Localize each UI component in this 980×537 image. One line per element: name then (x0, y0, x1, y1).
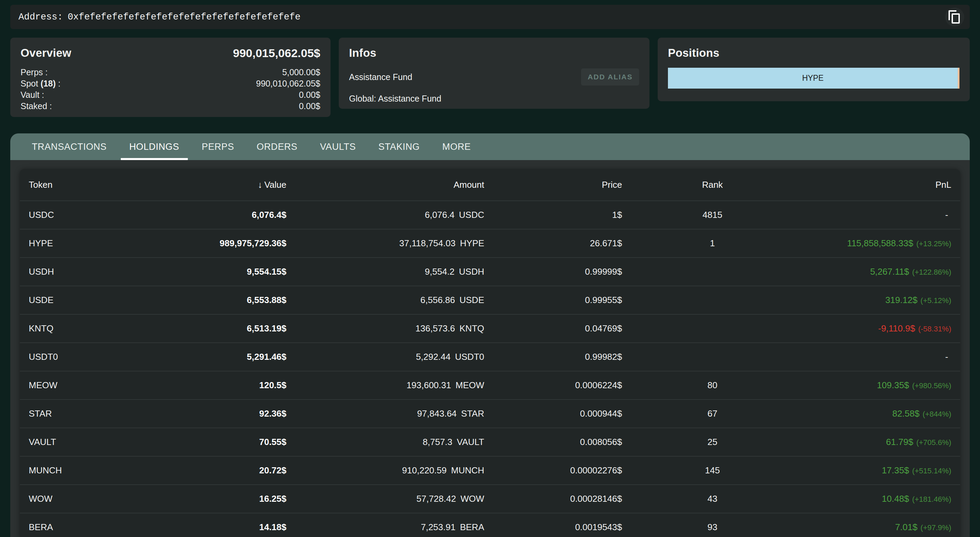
tab-perps[interactable]: PERPS (191, 133, 246, 160)
overview-row-label: Perps : (21, 67, 48, 78)
position-segment-hype[interactable]: HYPE (668, 68, 958, 89)
col-header-value[interactable]: ↓Value (152, 180, 286, 190)
overview-row-label: Vault : (21, 89, 44, 100)
cell-amount: 6,556.86USDE (286, 295, 484, 305)
tab-vaults[interactable]: VAULTS (309, 133, 367, 160)
table-row[interactable]: STAR 92.36$ 97,843.64STAR 0.000944$ 67 8… (20, 399, 960, 427)
cell-value: 9,554.15$ (152, 267, 286, 277)
cell-pnl-percent: (+13.25%) (916, 240, 951, 248)
overview-row: Perps : 5,000.00$ (21, 67, 320, 78)
cell-value: 989,975,729.36$ (152, 238, 286, 249)
copy-address-button[interactable] (945, 8, 964, 27)
cell-token: USDE (29, 295, 152, 305)
cell-token: MUNCH (29, 465, 152, 476)
cell-price: 0.0006224$ (484, 380, 622, 391)
copy-icon (948, 10, 961, 24)
cell-token: WOW (29, 494, 152, 504)
cell-value: 20.72$ (152, 465, 286, 476)
cell-amount: 57,728.42WOW (286, 494, 484, 504)
table-body: USDC 6,076.4$ 6,076.4USDC 1$ 4815 - HYPE… (20, 200, 960, 537)
col-header-pnl[interactable]: PnL (803, 180, 951, 190)
cell-rank: 4815 (622, 210, 803, 220)
cell-token: HYPE (29, 238, 152, 249)
cell-amount: 37,118,754.03HYPE (286, 238, 484, 249)
cell-token: USDH (29, 267, 152, 277)
cell-price: 0.00028146$ (484, 494, 622, 504)
cell-amount: 7,253.91BERA (286, 522, 484, 532)
table-row[interactable]: USDC 6,076.4$ 6,076.4USDC 1$ 4815 - (20, 200, 960, 229)
sort-desc-icon: ↓ (258, 180, 262, 190)
overview-breakdown: Perps : 5,000.00$ Spot (18) : 990,010,06… (21, 67, 320, 112)
overview-row-value: 0.00$ (299, 89, 320, 100)
cell-amount-symbol: USDE (460, 295, 484, 305)
tab-holdings[interactable]: HOLDINGS (118, 133, 191, 160)
position-segment-other[interactable] (958, 68, 959, 89)
cell-price: 0.008056$ (484, 437, 622, 447)
cell-amount: 193,600.31MEOW (286, 380, 484, 391)
cell-pnl-percent: (+515.14%) (912, 467, 951, 475)
cell-amount-symbol: BERA (460, 522, 484, 532)
col-header-amount[interactable]: Amount (286, 180, 484, 190)
cell-pnl-percent: (+844%) (923, 410, 951, 418)
holdings-section: TRANSACTIONSHOLDINGSPERPSORDERSVAULTSSTA… (10, 133, 970, 537)
cell-amount-symbol: HYPE (460, 238, 484, 248)
col-header-token[interactable]: Token (29, 180, 152, 190)
tab-staking[interactable]: STAKING (367, 133, 431, 160)
positions-title: Positions (668, 46, 959, 59)
cell-pnl: 115,858,588.33$(+13.25%) (803, 238, 951, 249)
table-header-row: Token ↓Value Amount Price Rank PnL (20, 169, 960, 200)
cell-pnl-percent: (+122.86%) (912, 268, 951, 276)
cell-amount-symbol: USDH (459, 267, 484, 277)
overview-card-head: Overview 990,015,062.05$ (21, 46, 320, 60)
col-header-price[interactable]: Price (484, 180, 622, 190)
cell-token: KNTQ (29, 323, 152, 334)
table-row[interactable]: WOW 16.25$ 57,728.42WOW 0.00028146$ 43 1… (20, 484, 960, 513)
cell-token: USDT0 (29, 352, 152, 362)
positions-card: Positions HYPE (658, 38, 970, 101)
table-row[interactable]: HYPE 989,975,729.36$ 37,118,754.03HYPE 2… (20, 229, 960, 257)
cell-price: 0.0019543$ (484, 522, 622, 532)
address-bar: Address: 0xfefefefefefefefefefefefefefef… (10, 5, 970, 29)
cell-value: 70.55$ (152, 437, 286, 447)
cell-pnl-percent: (+5.12%) (920, 296, 951, 305)
table-row[interactable]: BERA 14.18$ 7,253.91BERA 0.0019543$ 93 7… (20, 513, 960, 537)
account-name: Assistance Fund (349, 72, 412, 82)
cell-amount-symbol: USDT0 (455, 352, 484, 362)
cell-value: 6,076.4$ (152, 210, 286, 220)
cell-pnl-percent: (-58.31%) (918, 324, 951, 333)
overview-row: Spot (18) : 990,010,062.05$ (21, 78, 320, 89)
cell-value: 5,291.46$ (152, 352, 286, 362)
tab-orders[interactable]: ORDERS (245, 133, 309, 160)
cell-value: 6,553.88$ (152, 295, 286, 305)
table-row[interactable]: VAULT 70.55$ 8,757.3VAULT 0.008056$ 25 6… (20, 427, 960, 456)
cell-value: 14.18$ (152, 522, 286, 532)
overview-card: Overview 990,015,062.05$ Perps : 5,000.0… (10, 38, 331, 117)
cell-amount: 97,843.64STAR (286, 408, 484, 419)
cell-token: BERA (29, 522, 152, 532)
holdings-table-panel: Token ↓Value Amount Price Rank PnL USDC … (20, 169, 960, 537)
alias-row: Assistance Fund ADD ALIAS (349, 68, 639, 86)
overview-row: Vault : 0.00$ (21, 89, 320, 100)
tab-more[interactable]: MORE (431, 133, 482, 160)
col-header-rank[interactable]: Rank (622, 180, 803, 190)
table-row[interactable]: USDT0 5,291.46$ 5,292.44USDT0 0.99982$ - (20, 342, 960, 371)
cell-rank: 80 (622, 380, 803, 391)
table-row[interactable]: MUNCH 20.72$ 910,220.59MUNCH 0.00002276$… (20, 456, 960, 484)
overview-total-value: 990,015,062.05$ (233, 46, 320, 60)
cell-value: 120.5$ (152, 380, 286, 391)
cell-amount: 910,220.59MUNCH (286, 465, 484, 476)
table-row[interactable]: KNTQ 6,513.19$ 136,573.6KNTQ 0.04769$ -9… (20, 314, 960, 342)
cell-amount: 9,554.2USDH (286, 267, 484, 277)
cell-amount-symbol: VAULT (457, 437, 484, 447)
table-row[interactable]: MEOW 120.5$ 193,600.31MEOW 0.0006224$ 80… (20, 371, 960, 399)
cell-pnl: 319.12$(+5.12%) (803, 295, 951, 305)
cell-price: 26.671$ (484, 238, 622, 249)
tab-transactions[interactable]: TRANSACTIONS (21, 133, 118, 160)
table-row[interactable]: USDE 6,553.88$ 6,556.86USDE 0.99955$ 319… (20, 286, 960, 314)
cell-amount-symbol: MEOW (455, 380, 484, 390)
infos-card: Infos Assistance Fund ADD ALIAS Global: … (339, 38, 649, 109)
add-alias-button[interactable]: ADD ALIAS (581, 68, 639, 86)
cell-token: VAULT (29, 437, 152, 447)
cell-price: 0.99955$ (484, 295, 622, 305)
table-row[interactable]: USDH 9,554.15$ 9,554.2USDH 0.99999$ 5,26… (20, 257, 960, 286)
